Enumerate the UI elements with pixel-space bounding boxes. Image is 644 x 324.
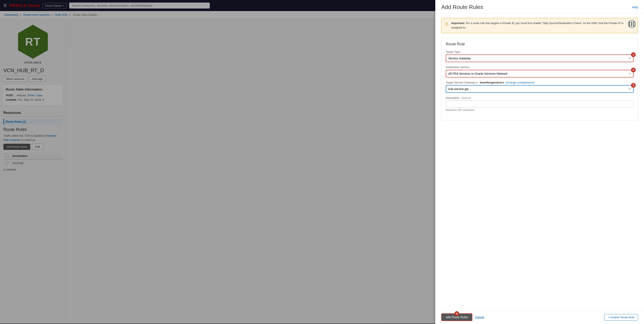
- optional-label: Optional: [461, 96, 471, 99]
- drawer-footer: Add Route Rules 4 Cancel + Another Route…: [435, 310, 644, 324]
- drawer-body: ⚠ Important: For a route rule that targe…: [435, 19, 644, 310]
- add-route-wrapper: Add Route Rules 4: [441, 313, 472, 321]
- destination-service-label: Destination Service: [446, 65, 634, 69]
- target-type-label: Target Type: [446, 50, 634, 53]
- cancel-button[interactable]: Cancel: [475, 316, 484, 319]
- route-rule-card: Route Rule Target Type Service Gateway 1: [441, 37, 638, 120]
- destination-service-select[interactable]: All FRA Services In Oracle Services Netw…: [446, 70, 634, 77]
- important-content: Important: For a route rule that targets…: [451, 21, 634, 30]
- target-compartment-name: IwanHoogendoorn: [480, 81, 504, 84]
- target-header: Target Service Gateway in IwanHoogendoor…: [446, 81, 634, 84]
- target-type-wrapper: Service Gateway 1: [446, 54, 634, 62]
- step1-badge: 1: [631, 52, 636, 57]
- destination-service-group: Destination Service All FRA Services In …: [446, 65, 634, 77]
- important-body: For a route rule that targets a Private …: [451, 21, 623, 29]
- change-compartment-link[interactable]: (Change compartment): [506, 81, 534, 84]
- target-gateway-group: Target Service Gateway in IwanHoogendoor…: [446, 81, 634, 93]
- warning-icon: ⚠: [445, 21, 449, 26]
- another-route-rule-button[interactable]: + Another Route Rule: [604, 314, 638, 321]
- description-input[interactable]: [446, 100, 634, 108]
- route-rule-card-title: Route Rule: [446, 42, 634, 46]
- step3-badge: 3: [631, 83, 636, 88]
- destination-service-wrapper: All FRA Services In Oracle Services Netw…: [446, 70, 634, 77]
- target-service-label: Target Service Gateway in: [446, 81, 478, 84]
- step2-badge: 2: [631, 68, 636, 72]
- important-text: Important: For a route rule that targets…: [451, 21, 634, 30]
- step4-badge: 4: [454, 311, 459, 316]
- target-gateway-select[interactable]: hub-service-gw: [446, 85, 634, 93]
- description-group: Description Optional Maximum 255 charact…: [446, 96, 634, 112]
- target-type-group: Target Type Service Gateway 1: [446, 50, 634, 62]
- modal-overlay: Add Route Rules Help ⚠ Important: For a …: [0, 19, 644, 324]
- help-grid-icon: [629, 22, 635, 26]
- help-grid-icon-button[interactable]: [628, 20, 636, 28]
- main-layout: RT AVAILABLE VCN_HUB_RT_D Move resource …: [0, 19, 644, 324]
- description-helper: Maximum 255 characters: [446, 109, 634, 112]
- target-gateway-wrapper: hub-service-gw 3: [446, 85, 634, 93]
- side-drawer: Add Route Rules Help ⚠ Important: For a …: [435, 19, 644, 324]
- target-type-select[interactable]: Service Gateway: [446, 54, 634, 62]
- footer-left: Add Route Rules 4 Cancel: [441, 313, 484, 321]
- description-label: Description Optional: [446, 96, 634, 99]
- important-banner: ⚠ Important: For a route rule that targe…: [441, 19, 638, 33]
